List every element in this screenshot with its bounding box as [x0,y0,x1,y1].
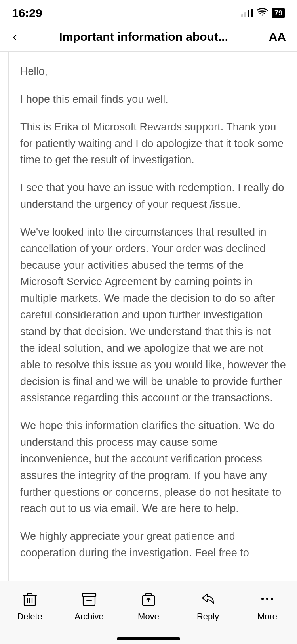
wifi-icon [257,8,268,19]
more-label: More [257,611,277,622]
home-indicator [117,637,180,640]
svg-point-0 [261,15,263,16]
svg-point-7 [261,598,264,600]
more-icon [258,589,277,608]
svg-point-8 [266,598,268,600]
svg-rect-5 [82,593,96,596]
reply-button[interactable]: Reply [178,589,238,622]
move-label: Move [138,611,159,622]
email-subject-title: Important information about... [19,30,269,44]
delete-label: Delete [17,611,42,622]
signal-icon [241,9,253,17]
email-paragraph-4: I see that you have an issue with redemp… [20,180,286,213]
email-paragraph-3: This is Erika of Microsoft Rewards suppo… [20,119,286,169]
email-paragraph-2: I hope this email finds you well. [20,91,286,108]
email-paragraph-6: We hope this information clarifies the s… [20,418,286,517]
move-icon [139,589,158,608]
archive-button[interactable]: Archive [59,589,119,622]
status-bar: 16:29 79 [0,0,297,24]
delete-button[interactable]: Delete [0,589,59,622]
reply-label: Reply [197,611,219,622]
archive-label: Archive [74,611,103,622]
move-button[interactable]: Move [119,589,178,622]
font-size-button[interactable]: AA [269,30,286,44]
status-time: 16:29 [12,6,42,20]
more-button[interactable]: More [238,589,297,622]
toolbar: Delete Archive Move Rep [0,581,297,644]
svg-point-9 [271,598,273,600]
email-paragraph-5: We've looked into the circumstances that… [20,224,286,406]
nav-bar: ‹ Important information about... AA [0,24,297,52]
reply-icon [198,589,217,608]
email-paragraph-1: Hello, [20,63,286,80]
delete-icon [20,589,39,608]
battery-icon: 79 [272,8,285,18]
back-button[interactable]: ‹ [11,28,19,46]
email-content: Hello, I hope this email finds you well.… [8,52,297,644]
archive-icon [80,589,99,608]
email-body: Hello, I hope this email finds you well.… [20,63,286,562]
email-paragraph-7: We highly appreciate your great patience… [20,528,286,562]
status-icons: 79 [241,8,285,19]
